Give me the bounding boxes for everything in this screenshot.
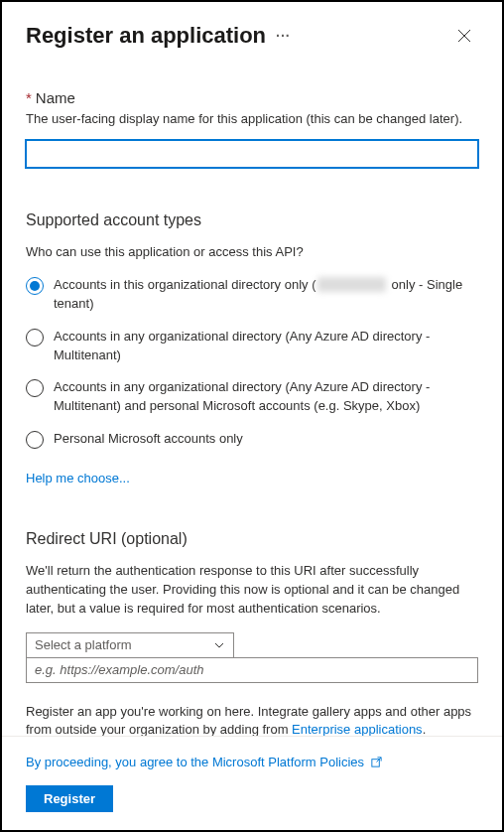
radio-multitenant[interactable]: Accounts in any organizational directory… [26,328,478,365]
platform-policies-link[interactable]: By proceeding, you agree to the Microsof… [26,755,364,769]
name-label: Name [36,89,75,106]
account-types-title: Supported account types [26,211,478,229]
radio-icon [26,329,44,347]
radio-multitenant-personal[interactable]: Accounts in any organizational directory… [26,378,478,416]
platform-select[interactable]: Select a platform [26,632,234,658]
close-button[interactable] [450,22,478,50]
redirect-description: We'll return the authentication response… [26,562,478,619]
register-button[interactable]: Register [26,785,113,812]
radio-label: Personal Microsoft accounts only [54,430,243,449]
radio-icon [26,379,44,397]
redirect-uri-input[interactable] [26,657,478,683]
radio-label: Accounts in this organizational director… [54,276,478,314]
required-star: * [26,89,32,106]
radio-icon [26,431,44,449]
name-description: The user-facing display name for this ap… [26,110,478,128]
page-title: Register an application [26,23,266,49]
name-input[interactable] [26,140,478,168]
chevron-down-icon [213,639,225,651]
platform-select-placeholder: Select a platform [35,637,132,652]
close-icon [457,29,471,43]
external-link-icon [370,756,383,768]
account-types-question: Who can use this application or access t… [26,243,478,262]
help-me-choose-link[interactable]: Help me choose... [26,471,130,485]
redirect-title: Redirect URI (optional) [26,530,478,548]
radio-single-tenant[interactable]: Accounts in this organizational director… [26,276,478,314]
svg-line-3 [377,758,382,763]
more-icon[interactable]: ··· [276,28,291,44]
info-text: Register an app you're working on here. … [26,703,478,741]
radio-personal-only[interactable]: Personal Microsoft accounts only [26,430,478,449]
radio-icon [26,277,44,295]
radio-label: Accounts in any organizational directory… [54,378,478,416]
radio-label: Accounts in any organizational directory… [54,328,478,365]
